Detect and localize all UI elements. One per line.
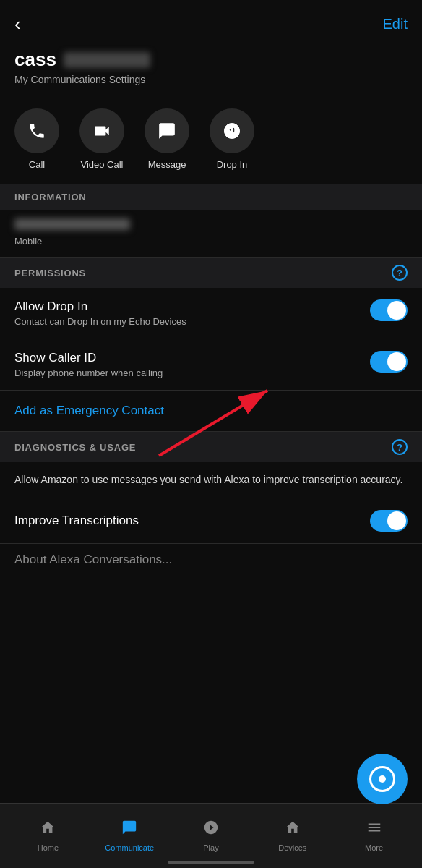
communicate-nav-label: Communicate — [105, 843, 154, 852]
allow-drop-in-subtitle: Contact can Drop In on my Echo Devices — [14, 316, 186, 327]
play-icon — [203, 820, 219, 840]
permissions-title: PERMISSIONS — [14, 268, 86, 278]
partial-text: About Alexa Conversations... — [14, 553, 172, 566]
show-caller-id-title: Show Caller ID — [14, 351, 163, 365]
diagnostics-help-icon[interactable]: ? — [392, 439, 408, 455]
show-caller-id-toggle[interactable] — [370, 351, 408, 373]
alexa-dot — [379, 775, 386, 783]
video-call-circle — [79, 109, 124, 153]
home-nav-label: Home — [38, 843, 59, 852]
profile-section: cass My Communications Settings — [0, 43, 422, 97]
drop-in-label: Drop In — [217, 159, 248, 170]
diagnostics-title: DIAGNOSTICS & USAGE — [14, 442, 136, 453]
profile-name: cass — [14, 48, 408, 71]
allow-drop-in-row: Allow Drop In Contact can Drop In on my … — [0, 288, 422, 339]
profile-name-blurred — [64, 52, 150, 68]
improve-transcriptions-title: Improve Transcriptions — [14, 514, 139, 528]
devices-nav-label: Devices — [278, 843, 306, 852]
message-circle — [145, 109, 189, 153]
header: ‹ Edit — [0, 0, 422, 43]
show-caller-id-subtitle: Display phone number when calling — [14, 367, 163, 378]
edit-button[interactable]: Edit — [383, 16, 408, 33]
communicate-icon — [121, 820, 137, 840]
video-call-label: Video Call — [80, 159, 123, 170]
drop-in-circle — [210, 109, 254, 153]
information-title: INFORMATION — [14, 192, 87, 203]
call-action[interactable]: Call — [14, 109, 59, 170]
more-nav-label: More — [365, 843, 383, 852]
permissions-help-icon[interactable]: ? — [392, 265, 408, 281]
nav-home[interactable]: Home — [7, 820, 89, 852]
video-call-action[interactable]: Video Call — [79, 109, 124, 170]
permissions-section-header: PERMISSIONS ? — [0, 258, 422, 288]
show-caller-id-text: Show Caller ID Display phone number when… — [14, 351, 163, 378]
emergency-contact-section: Add as Emergency Contact — [0, 391, 422, 432]
diagnostics-description: Allow Amazon to use messages you send wi… — [0, 462, 422, 498]
nav-devices[interactable]: Devices — [251, 820, 333, 852]
drop-in-action[interactable]: Drop In — [210, 109, 254, 170]
allow-drop-in-title: Allow Drop In — [14, 299, 186, 314]
nav-play[interactable]: Play — [171, 820, 252, 852]
partial-section: About Alexa Conversations... — [0, 544, 422, 576]
home-indicator — [168, 861, 254, 864]
nav-more[interactable]: More — [333, 820, 415, 852]
information-section-header: INFORMATION — [0, 184, 422, 210]
improve-transcriptions-row: Improve Transcriptions — [0, 498, 422, 544]
allow-drop-in-toggle[interactable] — [370, 299, 408, 321]
improve-transcriptions-toggle[interactable] — [370, 510, 408, 532]
message-label: Message — [148, 159, 186, 170]
alexa-inner-ring — [369, 766, 395, 792]
bottom-nav: Home Communicate Play Devices — [0, 803, 422, 868]
call-circle — [14, 109, 59, 153]
emergency-contact-link[interactable]: Add as Emergency Contact — [14, 404, 164, 417]
actions-row: Call Video Call Message Drop In — [0, 97, 422, 184]
allow-drop-in-text: Allow Drop In Contact can Drop In on my … — [14, 299, 186, 327]
alexa-bubble[interactable] — [357, 754, 408, 804]
nav-communicate[interactable]: Communicate — [89, 820, 171, 852]
show-caller-id-row: Show Caller ID Display phone number when… — [0, 339, 422, 391]
profile-name-text: cass — [14, 48, 56, 71]
call-label: Call — [29, 159, 45, 170]
information-content: Mobile — [0, 210, 422, 258]
devices-icon — [285, 820, 301, 840]
back-button[interactable]: ‹ — [14, 13, 21, 35]
diagnostics-section-header: DIAGNOSTICS & USAGE ? — [0, 432, 422, 462]
phone-label: Mobile — [14, 236, 408, 247]
home-icon — [40, 820, 56, 840]
phone-number-blurred — [14, 218, 130, 230]
message-action[interactable]: Message — [145, 109, 189, 170]
profile-subtitle: My Communications Settings — [14, 74, 408, 85]
play-nav-label: Play — [203, 843, 218, 852]
more-icon — [366, 820, 382, 840]
